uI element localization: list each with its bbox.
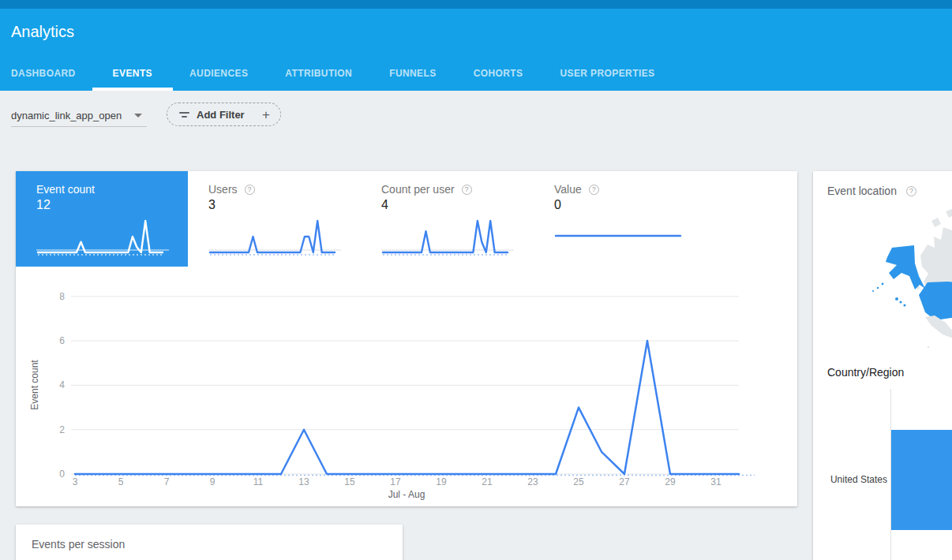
card-title: Events per session [16,525,403,551]
svg-text:7: 7 [164,476,170,487]
map-region-alaska [872,245,925,292]
event-location-card: Event location ? [813,171,952,560]
svg-text:19: 19 [436,476,447,487]
dropdown-caret-icon [134,114,142,118]
event-selector-value: dynamic_link_app_open [11,110,122,121]
filter-icon [178,112,189,118]
event-selector-dropdown[interactable]: dynamic_link_app_open [11,105,147,127]
add-filter-label: Add Filter [197,109,245,121]
metric-label: Count per user [381,183,455,196]
svg-text:27: 27 [619,476,630,487]
app-header: Analytics DASHBOARDEVENTSAUDIENCESATTRIB… [0,9,952,91]
metric-value: 4 [381,198,534,212]
metric-sparkline [36,215,169,259]
svg-text:9: 9 [210,476,216,487]
country-region-heading: Country/Region [827,366,904,379]
metric-tabs-filler [707,171,797,267]
metric-tabs: Event count12Users?3Count per user?4Valu… [16,171,797,267]
svg-text:4: 4 [59,379,65,390]
svg-text:3: 3 [73,476,78,487]
page-title: Analytics [11,23,74,41]
tab-dashboard[interactable]: DASHBOARD [11,68,76,91]
nav-tabs: DASHBOARDEVENTSAUDIENCESATTRIBUTIONFUNNE… [0,68,654,91]
metric-sparkline [208,215,341,259]
svg-text:29: 29 [665,476,676,487]
card-title: Event location [827,185,897,197]
tab-funnels[interactable]: FUNNELS [389,68,436,91]
svg-text:13: 13 [298,476,309,487]
tab-cohorts[interactable]: COHORTS [474,68,523,91]
help-icon[interactable]: ? [462,185,472,195]
country-row: United States [813,430,952,530]
help-icon[interactable]: ? [906,186,916,196]
tab-events[interactable]: EVENTS [113,68,152,91]
metric-label: Users [208,183,238,196]
metric-value: 12 [36,198,188,212]
svg-text:25: 25 [573,476,584,487]
svg-text:0: 0 [59,469,65,480]
events-per-session-card: Events per session [16,525,403,560]
svg-text:8: 8 [59,291,65,302]
north-america-map [853,207,952,364]
svg-text:6: 6 [59,335,65,346]
svg-text:17: 17 [390,476,401,487]
svg-text:2: 2 [59,424,65,435]
event-count-line-chart: 0246835791113151719212325272931Jul - Aug… [16,267,797,506]
svg-text:23: 23 [527,476,538,487]
metric-tab-count-per-user[interactable]: Count per user?4 [361,171,534,267]
tab-attribution[interactable]: ATTRIBUTION [285,68,352,91]
event-overview-card: Event count12Users?3Count per user?4Valu… [16,171,797,506]
country-bar[interactable] [891,430,952,530]
svg-text:Jul - Aug: Jul - Aug [388,489,425,500]
svg-text:15: 15 [344,476,355,487]
help-icon[interactable]: ? [245,185,255,195]
svg-text:5: 5 [118,476,124,487]
country-label: United States [813,474,887,485]
metric-value: 3 [208,198,361,212]
plus-icon: + [262,108,270,121]
top-strip [0,0,952,9]
metric-sparkline [554,215,687,259]
metric-tab-users[interactable]: Users?3 [188,171,361,267]
svg-text:31: 31 [710,476,721,487]
metric-label: Value [554,183,582,196]
svg-text:21: 21 [482,476,493,487]
help-icon[interactable]: ? [589,185,599,195]
svg-text:Event count: Event count [29,360,40,410]
metric-sparkline [381,215,514,259]
svg-text:11: 11 [253,476,264,487]
metric-tab-event-count[interactable]: Event count12 [16,171,188,267]
metric-value: 0 [554,198,707,212]
metric-tab-value[interactable]: Value?0 [534,171,707,267]
map-land-mexico [925,315,952,348]
tab-user-properties[interactable]: USER PROPERTIES [560,68,654,91]
metric-label: Event count [36,183,95,196]
add-filter-button[interactable]: Add Filter + [167,103,281,126]
tab-audiences[interactable]: AUDIENCES [189,68,248,91]
